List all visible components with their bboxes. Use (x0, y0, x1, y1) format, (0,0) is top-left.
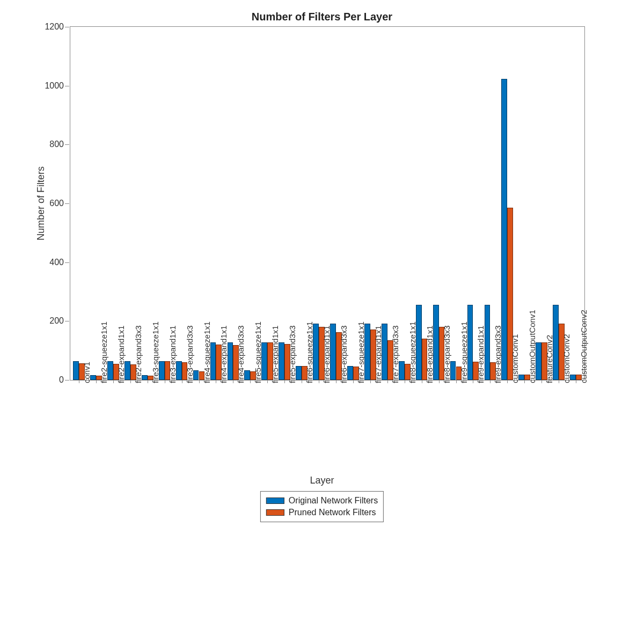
bar-original (244, 370, 250, 380)
legend-entry-original: Original Network Filters (266, 495, 378, 507)
x-tick (405, 380, 405, 383)
x-tick (559, 380, 559, 383)
x-tick (250, 380, 251, 383)
y-axis-label: Number of Filters (35, 166, 47, 240)
x-tick (507, 380, 508, 383)
y-tick-label: 1200 (45, 22, 64, 32)
bar-original (501, 79, 507, 380)
bar-original (518, 375, 524, 380)
bar-original (347, 366, 353, 380)
x-tick (490, 380, 491, 383)
x-tick (302, 380, 302, 383)
x-tick-label: fire2-expand3x3 (134, 325, 143, 383)
x-axis-label: Layer (310, 475, 334, 486)
y-tick-label: 1000 (45, 81, 64, 91)
bar-original (261, 342, 267, 380)
y-tick-label: 600 (49, 199, 64, 208)
plot-inner: 020040060080010001200conv1fire2-squeeze1… (70, 27, 584, 380)
legend-swatch-pruned (266, 509, 284, 516)
bar-original (210, 342, 216, 380)
x-tick (370, 380, 371, 383)
x-tick (473, 380, 473, 383)
bar-original (125, 361, 130, 380)
bar-original (467, 305, 473, 380)
x-tick (79, 380, 79, 383)
x-tick (353, 380, 354, 383)
x-tick (576, 380, 576, 383)
y-tick-label: 0 (59, 375, 64, 385)
bar-original (228, 342, 233, 380)
legend-label-pruned: Pruned Network Filters (289, 507, 376, 518)
bar-original (330, 324, 336, 380)
bar-original (279, 342, 284, 380)
bar-original (142, 375, 148, 380)
y-tick (65, 380, 69, 380)
bar-original (450, 361, 456, 380)
chart-container: Number of Filters Per Layer Number of Fi… (32, 11, 612, 494)
x-tick (422, 380, 422, 383)
y-tick (65, 86, 69, 86)
x-tick (199, 380, 200, 383)
x-tick (113, 380, 114, 383)
bar-original (107, 361, 113, 380)
y-tick (65, 321, 69, 321)
y-tick-label: 200 (49, 316, 64, 326)
x-tick (456, 380, 457, 383)
x-tick (233, 380, 233, 383)
bar-original (416, 305, 422, 380)
y-tick-label: 400 (49, 258, 64, 267)
x-tick (96, 380, 97, 383)
x-tick (216, 380, 216, 383)
y-tick (65, 27, 69, 27)
bar-original (433, 305, 439, 380)
x-tick (524, 380, 525, 383)
legend-entry-pruned: Pruned Network Filters (266, 507, 378, 518)
legend-swatch-original (266, 497, 284, 504)
plot-area: Number of Filters 020040060080010001200c… (70, 26, 585, 380)
bar-original (399, 361, 405, 380)
bar-original (90, 375, 96, 380)
x-tick (284, 380, 285, 383)
bar-original (193, 370, 199, 380)
x-tick (267, 380, 268, 383)
x-tick (336, 380, 336, 383)
bar-original (296, 366, 302, 380)
x-tick (182, 380, 182, 383)
x-tick (387, 380, 388, 383)
bar-original (159, 361, 165, 380)
x-tick (541, 380, 542, 383)
bar-original (570, 375, 576, 380)
y-tick (65, 203, 69, 204)
legend-label-original: Original Network Filters (289, 495, 378, 507)
x-tick (165, 380, 165, 383)
y-tick-label: 800 (49, 140, 64, 149)
bar-original (536, 342, 541, 380)
x-tick-label: customOutputConv2 (579, 310, 588, 383)
bar-original (553, 305, 559, 380)
bar-original (313, 324, 319, 380)
y-tick (65, 262, 69, 263)
x-tick (148, 380, 148, 383)
bar-original (485, 305, 491, 380)
x-tick (130, 380, 131, 383)
y-tick (65, 144, 69, 145)
legend: Original Network Filters Pruned Network … (260, 491, 384, 522)
bar-original (176, 361, 182, 380)
bar-original (364, 324, 370, 380)
x-tick (319, 380, 319, 383)
x-tick (439, 380, 440, 383)
bar-original (382, 324, 387, 380)
chart-title: Number of Filters Per Layer (32, 11, 612, 23)
bar-original (73, 361, 79, 380)
